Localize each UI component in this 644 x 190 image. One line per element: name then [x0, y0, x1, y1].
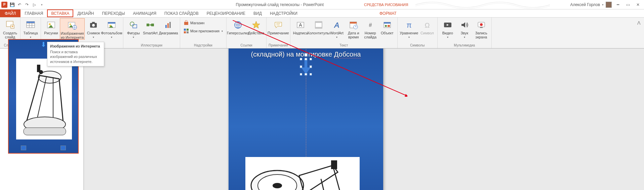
svg-text:A: A	[333, 21, 339, 29]
tab-insert[interactable]: ВСТАВКА	[47, 9, 73, 17]
svg-text:Ω: Ω	[425, 22, 430, 29]
svg-rect-33	[187, 29, 189, 31]
user-name[interactable]: Алексей Горлов	[570, 2, 600, 7]
chart-button[interactable]: Диаграмма	[159, 18, 178, 35]
resize-handle[interactable]	[305, 73, 307, 75]
comment-button[interactable]: Примечание	[269, 18, 288, 35]
restore-icon[interactable]: ▭	[624, 2, 632, 8]
arrow-shape-icon	[301, 59, 311, 74]
collapse-ribbon-icon[interactable]: ᐱ	[634, 18, 644, 28]
slide-canvas[interactable]: Компактный 250 мм телескоп (складной) на…	[229, 49, 383, 190]
slide-image-placeholder[interactable]	[245, 157, 360, 190]
date-time-button[interactable]: Дата и время	[346, 18, 362, 39]
svg-rect-54	[388, 25, 390, 27]
group-symbols: π Уравнение▾ Ω Символ Символы	[398, 18, 438, 48]
tab-home[interactable]: ГЛАВНАЯ	[21, 9, 47, 17]
online-pictures-button[interactable]: Изображения из Интернета	[60, 18, 85, 40]
symbol-icon: Ω	[422, 20, 433, 30]
tab-slideshow[interactable]: ПОКАЗ СЛАЙДОВ	[160, 9, 203, 17]
shapes-button[interactable]: Фигуры▾	[125, 18, 142, 39]
resize-handle[interactable]	[305, 58, 307, 60]
tab-review[interactable]: РЕЦЕНЗИРОВАНИЕ	[203, 9, 249, 17]
resize-handle[interactable]	[300, 66, 302, 68]
svg-rect-67	[37, 65, 40, 72]
svg-text:π: π	[406, 21, 411, 29]
svg-rect-34	[184, 31, 186, 33]
audio-button[interactable]: Звук▾	[456, 18, 473, 39]
group-illustrations: Фигуры▾ SmartArt Диаграмма Иллюстрации	[123, 18, 180, 48]
shapes-icon	[128, 20, 139, 30]
group-media: Видео▾ Звук▾ Запись экрана Мультимедиа	[438, 18, 492, 48]
my-apps-icon	[184, 28, 189, 34]
workspace: ⬇ Компактный 250 мм телескоп	[0, 49, 644, 190]
pictures-button[interactable]: Рисунки	[43, 18, 59, 35]
slide-edit-area[interactable]: Компактный 250 мм телескоп (складной) на…	[84, 49, 644, 190]
svg-marker-59	[461, 22, 465, 28]
tab-design[interactable]: ДИЗАЙН	[73, 9, 98, 17]
object-button[interactable]: Объект	[379, 18, 395, 35]
svg-rect-30	[169, 22, 171, 28]
header-footer-button[interactable]: Колонтитулы	[309, 18, 328, 35]
tab-animation[interactable]: АНИМАЦИЯ	[129, 9, 160, 17]
symbol-button[interactable]: Ω Символ	[419, 18, 435, 35]
resize-handle[interactable]	[300, 73, 302, 75]
store-button[interactable]: Магазин	[182, 20, 224, 26]
svg-rect-44	[315, 22, 322, 23]
resize-handle[interactable]	[310, 73, 312, 75]
svg-point-10	[49, 23, 51, 25]
chart-icon	[163, 20, 174, 30]
tab-view[interactable]: ВИД	[249, 9, 266, 17]
close-icon[interactable]: ✕	[634, 2, 642, 8]
title-bar: P 💾 ↶ ↷ ▷ ▾ Промежуточный слайд телескоп…	[0, 0, 644, 9]
save-icon[interactable]: 💾	[9, 2, 15, 7]
minimize-icon[interactable]: ━	[614, 2, 622, 8]
resize-handle[interactable]	[300, 58, 302, 60]
object-icon	[382, 20, 393, 30]
svg-rect-32	[184, 29, 186, 31]
photo-album-button[interactable]: Фотоальбом▾	[102, 18, 121, 39]
tab-file[interactable]: ФАЙЛ	[0, 9, 21, 17]
screenshot-button[interactable]: Снимок▾	[85, 18, 102, 39]
wordart-button[interactable]: A WordArt▾	[329, 18, 345, 39]
qat-customize-icon[interactable]: ▾	[39, 2, 44, 7]
thumb-nav-prev-icon	[21, 146, 26, 150]
screen-recording-icon	[476, 20, 487, 30]
action-button[interactable]: Действие	[248, 18, 264, 35]
svg-point-23	[130, 22, 134, 26]
selected-arrow-shape[interactable]	[301, 59, 311, 74]
store-icon	[184, 20, 189, 26]
resize-handle[interactable]	[310, 66, 312, 68]
svg-point-13	[70, 24, 71, 25]
smartart-button[interactable]: SmartArt	[142, 18, 158, 35]
tab-format[interactable]: ФОРМАТ	[375, 9, 401, 17]
svg-point-53	[385, 25, 387, 27]
hyperlink-button[interactable]: Гиперссылка	[229, 18, 247, 35]
tab-addins[interactable]: НАДСТРОЙКИ	[266, 9, 301, 17]
comment-icon	[273, 20, 284, 30]
tab-transitions[interactable]: ПЕРЕХОДЫ	[98, 9, 129, 17]
my-apps-button[interactable]: Мои приложения ▾	[182, 28, 224, 34]
user-menu-caret-icon[interactable]: ▾	[602, 3, 604, 6]
svg-rect-20	[108, 22, 115, 24]
screen-recording-button[interactable]: Запись экрана	[473, 18, 489, 39]
table-button[interactable]: Таблица▾	[23, 18, 39, 39]
resize-handle[interactable]	[310, 58, 312, 60]
equation-button[interactable]: π Уравнение▾	[400, 18, 418, 39]
redo-icon[interactable]: ↷	[24, 2, 30, 7]
rotate-handle-icon[interactable]	[304, 53, 308, 57]
slide-number-button[interactable]: # Номер слайда	[362, 18, 378, 39]
svg-rect-28	[165, 25, 167, 28]
user-avatar-icon[interactable]	[606, 2, 612, 8]
new-slide-icon: ✦	[5, 20, 15, 30]
svg-rect-45	[315, 27, 322, 28]
undo-icon[interactable]: ↶	[17, 2, 22, 7]
slide-thumbnails-pane[interactable]: ⬇	[0, 49, 84, 190]
start-from-beginning-icon[interactable]: ▷	[32, 2, 37, 7]
smartart-icon	[145, 20, 156, 30]
svg-rect-25	[147, 24, 149, 26]
action-icon	[251, 20, 261, 30]
textbox-button[interactable]: A Надпись	[292, 18, 309, 35]
contextual-tab-label: СРЕДСТВА РИСОВАНИЯ	[364, 3, 408, 7]
video-button[interactable]: Видео▾	[440, 18, 456, 39]
screenshot-icon	[88, 20, 99, 30]
